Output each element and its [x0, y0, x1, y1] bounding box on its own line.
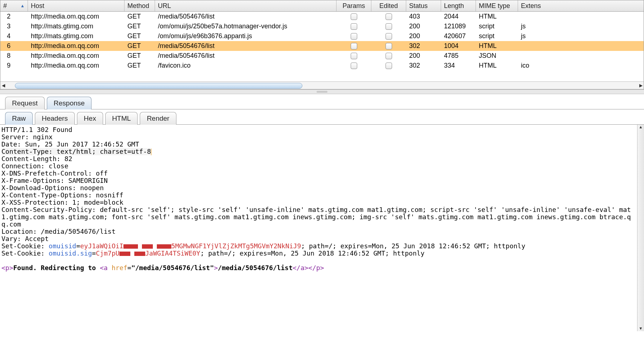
scroll-track[interactable]: [6, 83, 638, 88]
table-row[interactable]: 2http://media.om.qq.comGET/media/5054676…: [0, 12, 644, 21]
sub-tabs: RawHeadersHexHTMLRender: [0, 109, 644, 125]
pane-divider[interactable]: [0, 89, 644, 94]
drag-handle-icon: [317, 91, 327, 93]
checkbox-icon: [386, 33, 392, 40]
table-row[interactable]: 4http://mats.gtimg.comGET/om/omui/js/e96…: [0, 31, 644, 41]
column-header-params[interactable]: Params: [337, 0, 371, 11]
subtab-render[interactable]: Render: [140, 112, 176, 125]
subtab-raw[interactable]: Raw: [5, 112, 33, 125]
checkbox-icon: [386, 53, 392, 59]
table-row[interactable]: 6http://media.om.qq.comGET/media/5054676…: [0, 41, 644, 51]
response-content-pane: HTTP/1.1 302 Found Server: nginx Date: S…: [0, 125, 644, 331]
scroll-down-icon[interactable]: ▼: [639, 326, 643, 331]
checkbox-icon: [386, 13, 392, 20]
column-header-mime[interactable]: MIME type: [476, 0, 518, 11]
subtab-html[interactable]: HTML: [105, 112, 138, 125]
subtab-headers[interactable]: Headers: [35, 112, 75, 125]
column-header-ext[interactable]: Extens: [518, 0, 644, 11]
table-row[interactable]: 3http://mats.gtimg.comGET/om/omui/js/250…: [0, 21, 644, 31]
tab-request[interactable]: Request: [5, 97, 45, 109]
checkbox-icon: [351, 53, 357, 59]
horizontal-scrollbar[interactable]: ◀ ▶: [0, 81, 644, 89]
column-header-host[interactable]: Host: [28, 0, 125, 11]
checkbox-icon: [351, 43, 357, 49]
sort-asc-icon: ▲: [20, 0, 25, 11]
column-header-length[interactable]: Length: [441, 0, 476, 11]
column-header-num[interactable]: #▲: [0, 0, 28, 11]
vertical-scrollbar[interactable]: ▲ ▼: [637, 125, 644, 331]
http-history-panel: #▲ Host Method URL Params Edited Status …: [0, 0, 644, 89]
grid-header: #▲ Host Method URL Params Edited Status …: [0, 0, 644, 12]
scroll-up-icon[interactable]: ▲: [639, 125, 643, 130]
checkbox-icon: [386, 23, 392, 30]
main-tabs: RequestResponse: [0, 94, 644, 109]
checkbox-icon: [351, 63, 357, 69]
checkbox-icon: [386, 63, 392, 69]
column-header-url[interactable]: URL: [155, 0, 337, 11]
subtab-hex[interactable]: Hex: [77, 112, 103, 125]
checkbox-icon: [351, 13, 357, 20]
checkbox-icon: [386, 43, 392, 49]
scroll-left-icon[interactable]: ◀: [0, 83, 6, 88]
column-header-status[interactable]: Status: [406, 0, 441, 11]
scroll-right-icon[interactable]: ▶: [638, 83, 644, 88]
grid-body: 2http://media.om.qq.comGET/media/5054676…: [0, 12, 644, 71]
raw-response-text[interactable]: HTTP/1.1 302 Found Server: nginx Date: S…: [0, 125, 637, 331]
table-row[interactable]: 9http://media.om.qq.comGET/favicon.ico30…: [0, 61, 644, 71]
column-header-method[interactable]: Method: [125, 0, 155, 11]
checkbox-icon: [351, 33, 357, 40]
checkbox-icon: [351, 23, 357, 30]
table-row[interactable]: 8http://media.om.qq.comGET/media/5054676…: [0, 51, 644, 61]
scroll-thumb[interactable]: [15, 83, 302, 89]
column-header-edited[interactable]: Edited: [371, 0, 406, 11]
tab-response[interactable]: Response: [47, 97, 92, 109]
